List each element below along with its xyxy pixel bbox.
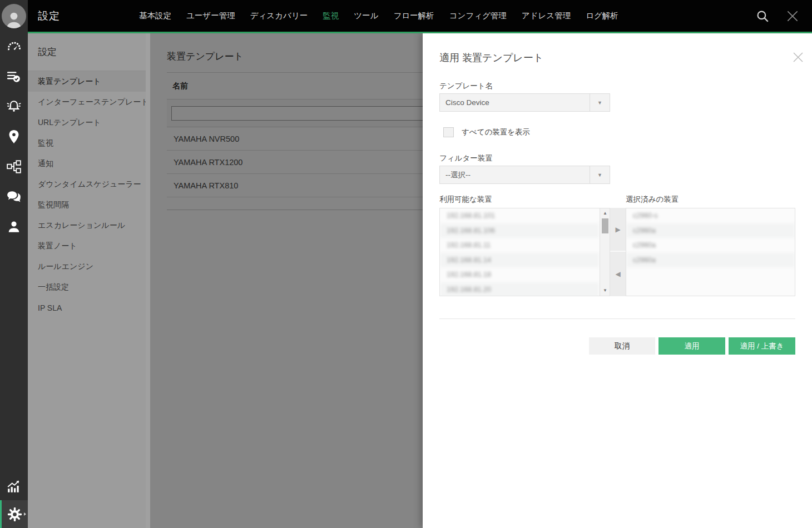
list-item[interactable]: c2960-s: [626, 208, 795, 223]
person-photo-icon: [4, 9, 23, 28]
available-list-scrollbar: ▲ ▼: [600, 208, 610, 296]
settings-gear-icon[interactable]: [0, 500, 28, 528]
nav-config-management[interactable]: コンフィグ管理: [449, 11, 507, 21]
dim-overlay-content: [150, 33, 423, 528]
filter-devices-label: フィルター装置: [439, 153, 493, 163]
scroll-up-icon[interactable]: ▲: [600, 210, 610, 217]
nav-tools[interactable]: ツール: [354, 11, 378, 21]
topology-icon[interactable]: [0, 160, 28, 173]
nav-flow-analysis[interactable]: フロー解析: [393, 11, 434, 21]
nav-address-management[interactable]: アドレス管理: [522, 11, 571, 21]
top-nav: 基本設定 ユーザー管理 ディスカバリー 監視 ツール フロー解析 コンフィグ管理…: [139, 11, 618, 21]
search-icon[interactable]: [755, 9, 770, 23]
list-item[interactable]: 192.168.81.11: [440, 238, 599, 253]
alarms-bell-icon[interactable]: [0, 99, 28, 113]
move-right-icon[interactable]: ▶: [610, 208, 626, 252]
user-person-icon[interactable]: [0, 220, 28, 233]
list-item[interactable]: 192.168.81.18: [440, 267, 599, 282]
selected-devices-list: c2960-s c2960a c2960a c2960a: [626, 208, 795, 296]
show-all-devices-checkbox[interactable]: [443, 127, 454, 137]
nav-discovery[interactable]: ディスカバリー: [250, 11, 308, 21]
dim-overlay-menu: [28, 33, 150, 528]
inventory-list-check-icon[interactable]: [0, 69, 28, 83]
list-item[interactable]: 192.168.81.106: [440, 223, 599, 238]
dashboard-gauge-icon[interactable]: [0, 39, 28, 53]
avatar[interactable]: [2, 4, 26, 28]
icon-rail: [0, 0, 28, 528]
scroll-down-icon[interactable]: ▼: [600, 287, 610, 295]
page-title: 設定: [38, 9, 60, 23]
list-item[interactable]: 192.168.81.20: [440, 282, 599, 297]
available-devices-list: 192.168.81.101 192.168.81.106 192.168.81…: [439, 208, 610, 296]
available-devices-label: 利用可能な装置: [439, 195, 492, 205]
chevron-down-icon: ▼: [597, 100, 602, 106]
chat-bubbles-icon[interactable]: [0, 190, 28, 203]
transfer-controls: ▶ ◀: [610, 208, 626, 296]
dialog-buttons: 取消 適用 適用 / 上書き: [589, 337, 795, 355]
nav-monitoring[interactable]: 監視: [323, 11, 339, 21]
list-item[interactable]: 192.168.81.14: [440, 253, 599, 268]
move-left-icon[interactable]: ◀: [610, 252, 626, 296]
scrollbar-thumb[interactable]: [602, 218, 608, 233]
template-name-value: Cisco Device: [440, 94, 590, 111]
filter-devices-select[interactable]: --選択-- ▼: [439, 166, 610, 184]
chevron-down-icon: ▼: [597, 172, 602, 178]
maps-pin-icon[interactable]: [0, 129, 28, 143]
list-item[interactable]: 192.168.81.101: [440, 208, 599, 223]
dialog-title: 適用 装置テンプレート: [439, 51, 543, 64]
close-icon[interactable]: [785, 9, 800, 23]
template-name-select[interactable]: Cisco Device ▼: [439, 93, 610, 112]
dialog-close-icon[interactable]: [791, 50, 805, 64]
top-header: 設定 基本設定 ユーザー管理 ディスカバリー 監視 ツール フロー解析 コンフィ…: [28, 0, 812, 33]
apply-overwrite-button[interactable]: 適用 / 上書き: [729, 337, 795, 355]
template-name-label: テンプレート名: [439, 81, 493, 91]
reports-chart-icon[interactable]: [0, 472, 28, 500]
show-all-devices-label: すべての装置を表示: [462, 127, 530, 137]
gear-flyout-caret-icon: [24, 512, 26, 516]
cancel-button[interactable]: 取消: [589, 337, 655, 355]
list-item[interactable]: c2960a: [626, 253, 795, 268]
selected-devices-label: 選択済みの装置: [626, 195, 679, 205]
nav-basic-settings[interactable]: 基本設定: [139, 11, 171, 21]
list-item[interactable]: c2960a: [626, 238, 795, 253]
apply-device-template-dialog: 適用 装置テンプレート テンプレート名 Cisco Device ▼ すべての装…: [423, 33, 812, 528]
filter-devices-value: --選択--: [440, 166, 590, 183]
list-item[interactable]: c2960a: [626, 223, 795, 238]
divider: [439, 318, 795, 319]
apply-button[interactable]: 適用: [658, 337, 725, 355]
nav-user-management[interactable]: ユーザー管理: [186, 11, 235, 21]
nav-log-analysis[interactable]: ログ解析: [586, 11, 618, 21]
